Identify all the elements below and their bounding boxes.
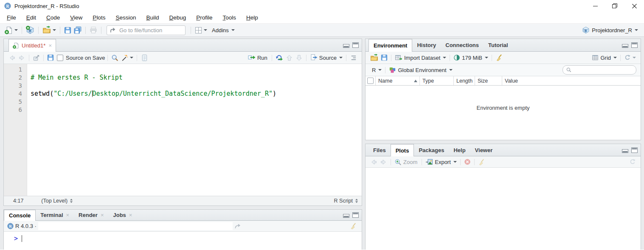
memory-usage-button[interactable]: 179 MiB bbox=[452, 53, 489, 62]
open-file-button[interactable] bbox=[41, 25, 57, 35]
menu-item-plots[interactable]: Plots bbox=[87, 13, 110, 22]
clear-all-plots-button[interactable] bbox=[477, 158, 487, 167]
workspace-panes-button[interactable] bbox=[194, 26, 208, 35]
plots-tab-viewer[interactable]: Viewer bbox=[470, 144, 498, 156]
environment-tab-environment[interactable]: Environment bbox=[368, 39, 412, 52]
project-menu-button[interactable]: Projektordner_R bbox=[579, 25, 641, 35]
menu-item-debug[interactable]: Debug bbox=[164, 13, 191, 22]
refresh-plot-button[interactable] bbox=[628, 158, 637, 166]
run-button[interactable]: Run bbox=[247, 53, 270, 62]
close-button[interactable] bbox=[624, 0, 644, 12]
new-file-button[interactable] bbox=[3, 25, 19, 35]
minimize-pane-icon[interactable] bbox=[343, 212, 349, 218]
go-to-next-chunk-button[interactable] bbox=[294, 53, 304, 62]
code-tools-button[interactable] bbox=[120, 53, 135, 62]
clear-environment-button[interactable] bbox=[494, 53, 504, 62]
code-editor[interactable]: 12# Mein erstes R - Skript34setwd("C:/Us… bbox=[4, 64, 362, 196]
close-icon[interactable]: × bbox=[129, 212, 132, 218]
code-line-1[interactable]: 1 bbox=[4, 66, 362, 74]
save-button[interactable] bbox=[63, 26, 73, 35]
select-all-checkbox[interactable] bbox=[366, 76, 376, 85]
maximize-pane-icon[interactable] bbox=[352, 212, 359, 218]
back-button[interactable] bbox=[7, 53, 17, 62]
environment-search-input[interactable] bbox=[574, 67, 641, 73]
maximize-pane-icon[interactable] bbox=[352, 42, 359, 48]
new-project-button[interactable] bbox=[25, 25, 36, 35]
forward-button[interactable] bbox=[17, 53, 27, 62]
document-outline-button[interactable] bbox=[349, 53, 358, 62]
menu-item-help[interactable]: Help bbox=[241, 13, 263, 22]
minimize-pane-icon[interactable] bbox=[622, 42, 628, 48]
close-icon[interactable]: × bbox=[101, 212, 104, 218]
language-selector[interactable]: R bbox=[369, 66, 383, 74]
go-to-previous-chunk-button[interactable] bbox=[284, 53, 294, 62]
view-working-directory-button[interactable] bbox=[233, 222, 242, 231]
menu-item-build[interactable]: Build bbox=[141, 13, 164, 22]
load-workspace-button[interactable] bbox=[369, 53, 380, 63]
save-source-button[interactable] bbox=[46, 53, 55, 62]
code-line-6[interactable]: 6 bbox=[4, 106, 362, 114]
goto-file-function-box[interactable] bbox=[107, 25, 186, 35]
environment-tab-tutorial[interactable]: Tutorial bbox=[484, 39, 513, 51]
addins-button[interactable]: Addins bbox=[208, 26, 236, 34]
print-button[interactable] bbox=[88, 25, 98, 35]
minimize-pane-icon[interactable] bbox=[622, 147, 628, 153]
export-plot-button[interactable]: Export bbox=[424, 157, 458, 167]
environment-search-box[interactable] bbox=[562, 65, 636, 75]
plots-tab-packages[interactable]: Packages bbox=[414, 144, 449, 156]
source-button[interactable]: Source bbox=[309, 53, 344, 62]
file-type-selector[interactable]: R Script bbox=[334, 198, 353, 204]
console-tab-terminal[interactable]: Terminal× bbox=[36, 210, 74, 220]
environment-scope-selector[interactable]: Global Environment bbox=[388, 66, 453, 75]
code-line-3[interactable]: 3 bbox=[4, 82, 362, 90]
previous-plot-button[interactable] bbox=[369, 158, 379, 167]
code-line-5[interactable]: 5 bbox=[4, 98, 362, 106]
maximize-pane-icon[interactable] bbox=[631, 147, 638, 153]
import-dataset-button[interactable]: Import Dataset bbox=[394, 53, 447, 62]
remove-plot-button[interactable] bbox=[463, 158, 472, 166]
plots-tab-plots[interactable]: Plots bbox=[391, 144, 414, 156]
zoom-plot-button[interactable]: Zoom bbox=[393, 158, 419, 167]
source-on-save-checkbox[interactable] bbox=[57, 55, 63, 61]
console-body[interactable]: > bbox=[4, 232, 362, 250]
plots-tab-files[interactable]: Files bbox=[368, 144, 391, 156]
close-icon[interactable]: × bbox=[48, 42, 52, 49]
console-tab-jobs[interactable]: Jobs× bbox=[109, 210, 137, 220]
restore-button[interactable] bbox=[605, 0, 624, 12]
column-header-size[interactable]: Size bbox=[475, 76, 502, 85]
menu-item-code[interactable]: Code bbox=[41, 13, 65, 22]
maximize-pane-icon[interactable] bbox=[631, 42, 638, 48]
goto-file-function-input[interactable] bbox=[118, 27, 195, 34]
column-header-type[interactable]: Type bbox=[420, 76, 454, 85]
code-line-4[interactable]: 4setwd("C:/Users/Desktop/Unterricht_Data… bbox=[4, 90, 362, 98]
plots-tab-help[interactable]: Help bbox=[449, 144, 470, 156]
environment-tab-history[interactable]: History bbox=[412, 39, 441, 51]
close-icon[interactable]: × bbox=[66, 212, 70, 218]
column-header-value[interactable]: Value bbox=[502, 76, 641, 85]
menu-item-edit[interactable]: Edit bbox=[21, 13, 41, 22]
source-tab-untitled1[interactable]: Untitled1* × bbox=[8, 39, 56, 52]
refresh-environment-button[interactable] bbox=[623, 53, 637, 62]
show-in-new-window-button[interactable] bbox=[31, 53, 41, 62]
menu-item-tools[interactable]: Tools bbox=[218, 13, 242, 22]
menu-item-session[interactable]: Session bbox=[110, 13, 141, 22]
code-line-2[interactable]: 2# Mein erstes R - Skript bbox=[4, 74, 362, 82]
save-workspace-button[interactable] bbox=[380, 53, 389, 62]
view-mode-button[interactable]: Grid bbox=[591, 53, 618, 62]
column-header-length[interactable]: Length bbox=[454, 76, 475, 85]
menu-item-profile[interactable]: Profile bbox=[191, 13, 217, 22]
console-tab-console[interactable]: Console bbox=[4, 210, 36, 221]
environment-tab-connections[interactable]: Connections bbox=[441, 39, 484, 51]
next-plot-button[interactable] bbox=[379, 158, 388, 167]
save-all-button[interactable] bbox=[73, 25, 83, 35]
rerun-button[interactable] bbox=[274, 53, 284, 62]
menu-item-file[interactable]: File bbox=[2, 13, 21, 22]
menu-item-view[interactable]: View bbox=[65, 13, 87, 22]
compile-report-button[interactable] bbox=[139, 53, 149, 62]
clear-console-button[interactable] bbox=[349, 222, 358, 231]
find-replace-button[interactable] bbox=[110, 53, 120, 62]
minimize-button[interactable] bbox=[585, 0, 605, 12]
console-tab-render[interactable]: Render× bbox=[74, 210, 108, 220]
minimize-pane-icon[interactable] bbox=[343, 42, 349, 48]
column-header-name[interactable]: Name bbox=[376, 76, 420, 85]
